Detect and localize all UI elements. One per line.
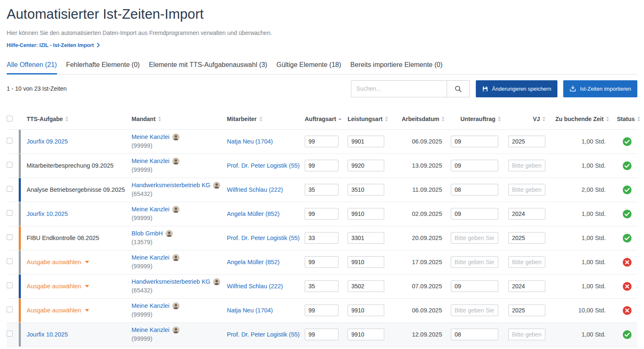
- auftragsart-input[interactable]: [305, 208, 338, 220]
- tts-task-link[interactable]: Jourfix 10.2025: [27, 210, 68, 217]
- mandant-link[interactable]: Meine Kanzlei: [132, 133, 169, 141]
- mitarbeiter-link[interactable]: Wilfried Schlau (222): [227, 283, 283, 290]
- leistungsart-input[interactable]: [348, 136, 384, 147]
- leistungsart-input[interactable]: [348, 329, 384, 340]
- mandant-number: (99999): [132, 214, 227, 223]
- arbeitsdatum-value: 02.09.2025: [402, 210, 451, 217]
- auftragsart-input[interactable]: [305, 160, 338, 171]
- row-checkbox[interactable]: [7, 138, 12, 144]
- column-header-leistungsart[interactable]: Leistungsart: [348, 116, 402, 122]
- select-all-checkbox[interactable]: [7, 116, 12, 121]
- search-button[interactable]: [447, 80, 470, 97]
- sort-icon: [65, 116, 69, 121]
- unterauftrag-input[interactable]: [451, 208, 498, 220]
- column-header-arbeitsdatum[interactable]: Arbeitsdatum: [402, 116, 451, 122]
- tab-elemente-mit-tts-aufgabenauswahl-3[interactable]: Elemente mit TTS-Aufgabenauswahl (3): [149, 61, 267, 74]
- vj-input[interactable]: [508, 232, 545, 244]
- status-valid-icon: [617, 209, 637, 219]
- unterauftrag-input[interactable]: [451, 256, 498, 268]
- vj-input[interactable]: [508, 136, 545, 147]
- leistungsart-input[interactable]: [348, 184, 384, 196]
- leistungsart-input[interactable]: [348, 304, 384, 316]
- tab-bereits-importiere-elemente-0[interactable]: Bereits importiere Elemente (0): [351, 61, 443, 74]
- mandant-link[interactable]: Handwerksmeisterbetrieb KG: [132, 277, 210, 286]
- mitarbeiter-link[interactable]: Natja Neu (1704): [227, 138, 273, 145]
- tts-task-link[interactable]: Jourfix 09.2025: [27, 138, 68, 145]
- save-changes-button[interactable]: Änderungeren speichern: [476, 80, 557, 97]
- auftragsart-input[interactable]: [305, 329, 338, 340]
- auftragsart-input[interactable]: [305, 304, 338, 316]
- mandant-link[interactable]: Blob GmbH: [132, 229, 163, 238]
- mandant-link[interactable]: Meine Kanzlei: [132, 302, 169, 310]
- row-checkbox[interactable]: [7, 331, 12, 337]
- mandant-link[interactable]: Meine Kanzlei: [132, 157, 169, 166]
- mitarbeiter-link[interactable]: Natja Neu (1704): [227, 307, 273, 314]
- mandant-link[interactable]: Handwerksmeisterbetrieb KG: [132, 181, 210, 190]
- auftragsart-input[interactable]: [305, 136, 338, 147]
- leistungsart-input[interactable]: [348, 232, 384, 244]
- auftragsart-input[interactable]: [305, 256, 338, 268]
- mitarbeiter-link[interactable]: Prof. Dr. Peter Logistik (55): [227, 331, 300, 338]
- mandant-link[interactable]: Meine Kanzlei: [132, 253, 169, 262]
- sort-icon: [385, 116, 388, 121]
- column-header-zu-buchende-zeit[interactable]: Zu buchende Zeit: [555, 116, 617, 122]
- vj-input[interactable]: [508, 256, 545, 268]
- mitarbeiter-link[interactable]: Angela Müller (852): [227, 259, 280, 265]
- column-header-mandant[interactable]: Mandant: [132, 116, 227, 122]
- tab-gultige-elemente-18[interactable]: Gültige Elemente (18): [276, 61, 341, 74]
- unterauftrag-input[interactable]: [451, 184, 498, 196]
- import-ist-zeiten-button[interactable]: Ist-Zeiten importieren: [563, 80, 637, 97]
- sort-icon: [542, 116, 546, 121]
- leistungsart-input[interactable]: [348, 256, 384, 268]
- row-checkbox[interactable]: [7, 258, 12, 264]
- auftragsart-input[interactable]: [305, 184, 338, 196]
- unterauftrag-input[interactable]: [451, 136, 498, 147]
- column-header-tts-aufgabe[interactable]: TTS-Aufgabe: [27, 116, 132, 122]
- save-icon: [482, 86, 488, 92]
- mandant-number: (99999): [132, 141, 227, 150]
- tts-task-link[interactable]: Jourfix 10.2025: [27, 331, 68, 338]
- task-select-dropdown[interactable]: Ausgabe auswählen: [27, 307, 89, 314]
- unterauftrag-input[interactable]: [451, 329, 498, 340]
- column-header-status[interactable]: Status: [617, 116, 637, 122]
- tab-alle-offenen-21[interactable]: Alle Offenen (21): [7, 61, 57, 74]
- column-header-vj[interactable]: VJ: [508, 116, 555, 122]
- vj-input[interactable]: [508, 304, 545, 316]
- tab-fehlerhafte-elemente-0[interactable]: Fehlerhafte Elemente (0): [66, 61, 140, 74]
- zu-buchende-zeit-value: 10,00 Std.: [555, 307, 617, 314]
- mitarbeiter-link[interactable]: Wilfried Schlau (222): [227, 186, 283, 193]
- search-input[interactable]: [351, 80, 447, 97]
- auftragsart-input[interactable]: [305, 280, 338, 292]
- row-status-bar: [19, 250, 21, 274]
- column-header-mitarbeiter[interactable]: Mitarbeiter: [227, 116, 305, 122]
- unterauftrag-input[interactable]: [451, 160, 498, 171]
- leistungsart-input[interactable]: [348, 208, 384, 220]
- vj-input[interactable]: [508, 329, 545, 340]
- leistungsart-input[interactable]: [348, 160, 384, 171]
- mitarbeiter-link[interactable]: Prof. Dr. Peter Logistik (55): [227, 162, 300, 169]
- mandant-link[interactable]: Meine Kanzlei: [132, 326, 169, 334]
- task-select-dropdown[interactable]: Ausgabe auswählen: [27, 259, 89, 265]
- leistungsart-input[interactable]: [348, 280, 384, 292]
- row-checkbox[interactable]: [7, 282, 12, 288]
- vj-input[interactable]: [508, 280, 545, 292]
- unterauftrag-input[interactable]: [451, 304, 498, 316]
- vj-input[interactable]: [508, 160, 545, 171]
- help-center-link[interactable]: Hilfe-Center: IZIL - Ist-Zeiten Import: [7, 42, 100, 48]
- vj-input[interactable]: [508, 208, 545, 220]
- mitarbeiter-link[interactable]: Angela Müller (852): [227, 210, 280, 217]
- row-checkbox[interactable]: [7, 186, 12, 192]
- row-checkbox[interactable]: [7, 162, 12, 168]
- vj-input[interactable]: [508, 184, 545, 196]
- mitarbeiter-link[interactable]: Prof. Dr. Peter Logistik (55): [227, 235, 300, 241]
- mandant-link[interactable]: Meine Kanzlei: [132, 205, 169, 214]
- unterauftrag-input[interactable]: [451, 232, 498, 244]
- unterauftrag-input[interactable]: [451, 280, 498, 292]
- row-checkbox[interactable]: [7, 307, 12, 312]
- row-checkbox[interactable]: [7, 210, 12, 216]
- row-checkbox[interactable]: [7, 234, 12, 240]
- auftragsart-input[interactable]: [305, 232, 338, 244]
- column-header-auftragsart[interactable]: Auftragsart: [305, 116, 348, 122]
- task-select-dropdown[interactable]: Ausgabe auswählen: [27, 283, 89, 290]
- column-header-unterauftrag[interactable]: Unterauftrag: [451, 116, 508, 122]
